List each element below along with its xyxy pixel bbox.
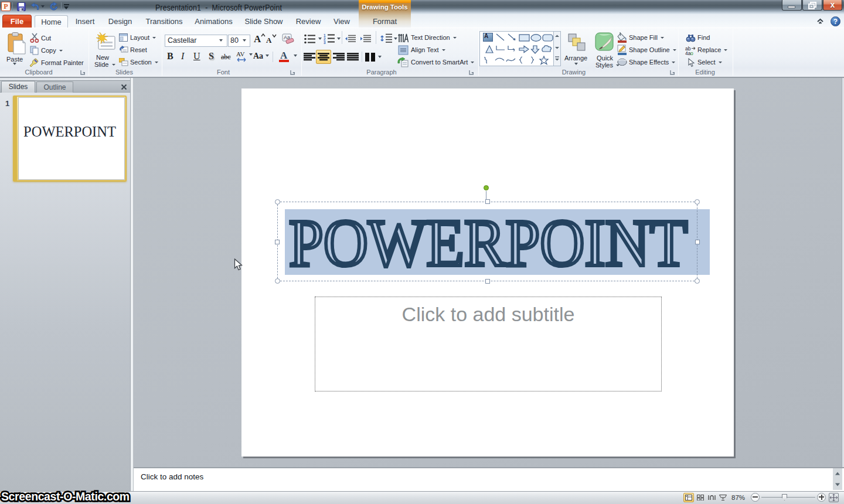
svg-text:o: o xyxy=(690,50,693,56)
svg-text:3: 3 xyxy=(324,40,326,44)
